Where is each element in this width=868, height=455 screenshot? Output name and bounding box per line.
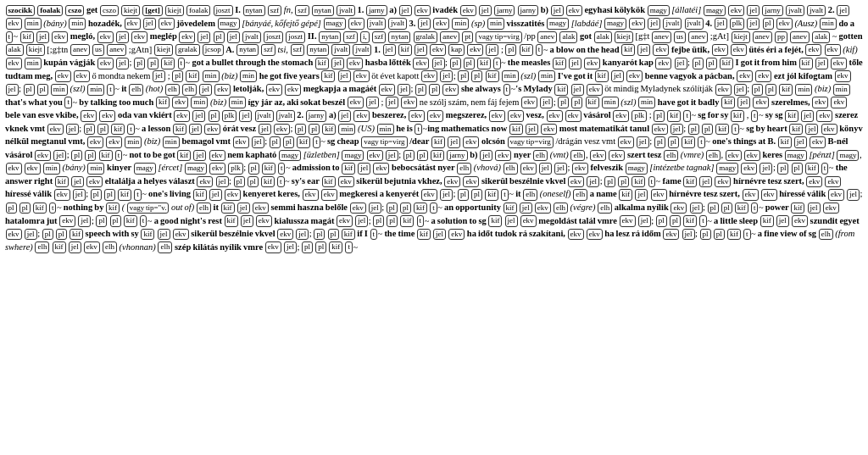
line-14: speech with sy kif jel ekv sikerül beszé… bbox=[5, 229, 854, 252]
dictionary-content: szocikk foalak cszo get cszo kiejt [get]… bbox=[5, 3, 863, 253]
entry-lines: szocikk foalak cszo get cszo kiejt [get]… bbox=[5, 3, 863, 253]
